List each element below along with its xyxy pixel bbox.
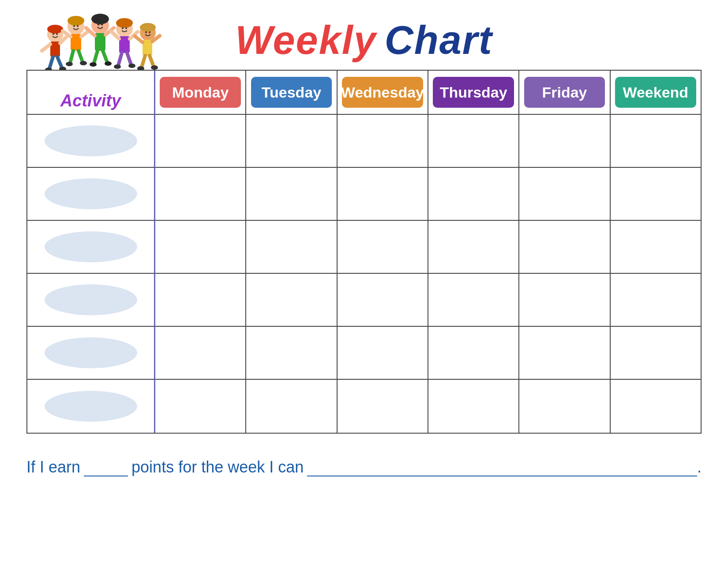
activity-cell-4 (27, 274, 155, 327)
points-blank-line[interactable] (84, 464, 128, 476)
wednesday-cell-2[interactable] (338, 168, 428, 221)
activity-cell-1 (27, 115, 155, 168)
svg-point-32 (101, 23, 103, 26)
svg-line-50 (150, 56, 154, 66)
svg-line-27 (94, 51, 98, 63)
friday-cell-3[interactable] (519, 221, 610, 274)
title-chart: Chart (385, 18, 493, 63)
svg-line-49 (142, 56, 145, 67)
title-weekly: Weekly (235, 18, 377, 63)
monday-cell-6[interactable] (155, 380, 246, 433)
weekend-cell-5[interactable] (611, 327, 701, 380)
activity-cell-3 (27, 221, 155, 274)
friday-cell-4[interactable] (519, 274, 610, 327)
activity-cell-2 (27, 168, 155, 221)
activity-cell-5 (27, 327, 155, 380)
thursday-cell-4[interactable] (428, 274, 519, 327)
thursday-label: Thursday (433, 77, 514, 108)
svg-line-3 (42, 44, 50, 51)
activity-oval-6 (45, 391, 137, 422)
svg-point-9 (53, 33, 54, 35)
svg-point-10 (56, 33, 58, 35)
monday-cell-1[interactable] (155, 115, 246, 168)
monday-cell-5[interactable] (155, 327, 246, 380)
table-row (27, 380, 701, 433)
weekend-cell-2[interactable] (611, 168, 701, 221)
svg-line-17 (79, 51, 83, 62)
wednesday-cell-1[interactable] (338, 115, 428, 168)
svg-point-18 (66, 62, 73, 66)
table-row (27, 168, 701, 221)
svg-point-34 (116, 18, 133, 28)
wednesday-cell-3[interactable] (338, 221, 428, 274)
weekend-cell-6[interactable] (611, 380, 701, 433)
table-row (27, 327, 701, 380)
activity-label: Activity (60, 91, 121, 110)
svg-point-19 (80, 61, 87, 65)
svg-line-28 (103, 51, 107, 62)
thursday-header: Thursday (428, 71, 519, 115)
activity-oval-4 (45, 284, 137, 315)
bottom-incentive-text: If I earn points for the week I can . (26, 458, 702, 476)
svg-point-41 (128, 64, 135, 68)
activity-oval-3 (45, 231, 137, 262)
bottom-suffix: . (697, 458, 702, 476)
thursday-cell-3[interactable] (428, 221, 519, 274)
svg-point-31 (98, 23, 100, 26)
weekend-label: Weekend (615, 77, 696, 108)
weekend-cell-1[interactable] (611, 115, 701, 168)
svg-point-12 (68, 16, 84, 26)
tuesday-cell-3[interactable] (246, 221, 337, 274)
svg-point-52 (151, 65, 158, 70)
tuesday-cell-4[interactable] (246, 274, 337, 327)
monday-cell-2[interactable] (155, 168, 246, 221)
tuesday-header: Tuesday (246, 71, 337, 115)
svg-line-16 (70, 51, 73, 63)
bottom-prefix: If I earn (26, 458, 80, 476)
activity-oval-5 (45, 337, 137, 368)
wednesday-header: Wednesday (338, 71, 428, 115)
friday-cell-6[interactable] (519, 380, 610, 433)
svg-point-54 (149, 31, 150, 33)
thursday-cell-1[interactable] (428, 115, 519, 168)
thursday-cell-2[interactable] (428, 168, 519, 221)
tuesday-cell-1[interactable] (246, 115, 337, 168)
wednesday-label: Wednesday (342, 77, 423, 108)
friday-cell-2[interactable] (519, 168, 610, 221)
wednesday-cell-5[interactable] (338, 327, 428, 380)
friday-header: Friday (519, 71, 610, 115)
activity-oval-2 (45, 178, 137, 209)
wednesday-cell-4[interactable] (338, 274, 428, 327)
svg-line-38 (118, 53, 122, 65)
monday-cell-3[interactable] (155, 221, 246, 274)
thursday-cell-5[interactable] (428, 327, 519, 380)
monday-cell-4[interactable] (155, 274, 246, 327)
svg-line-5 (49, 57, 53, 68)
svg-point-20 (73, 25, 75, 27)
tuesday-label: Tuesday (251, 77, 332, 108)
thursday-cell-6[interactable] (428, 380, 519, 433)
bottom-middle: points for the week I can (131, 458, 304, 476)
wednesday-cell-6[interactable] (338, 380, 428, 433)
monday-header: Monday (155, 71, 246, 115)
svg-point-43 (125, 27, 127, 29)
friday-cell-1[interactable] (519, 115, 610, 168)
tuesday-cell-5[interactable] (246, 327, 337, 380)
svg-point-21 (77, 25, 79, 27)
table-row (27, 274, 701, 327)
tuesday-cell-6[interactable] (246, 380, 337, 433)
activity-cell-6 (27, 380, 155, 433)
svg-point-23 (91, 14, 109, 24)
svg-line-39 (127, 53, 131, 64)
title-area: Weekly Chart (26, 18, 702, 63)
tuesday-cell-2[interactable] (246, 168, 337, 221)
friday-cell-5[interactable] (519, 327, 610, 380)
weekend-cell-4[interactable] (611, 274, 701, 327)
svg-point-45 (140, 23, 156, 32)
reward-blank-line[interactable] (307, 464, 697, 476)
activity-header-cell: Activity (27, 71, 155, 115)
svg-point-1 (47, 25, 63, 34)
svg-point-40 (114, 64, 121, 69)
monday-label: Monday (160, 77, 241, 108)
weekend-cell-3[interactable] (611, 221, 701, 274)
